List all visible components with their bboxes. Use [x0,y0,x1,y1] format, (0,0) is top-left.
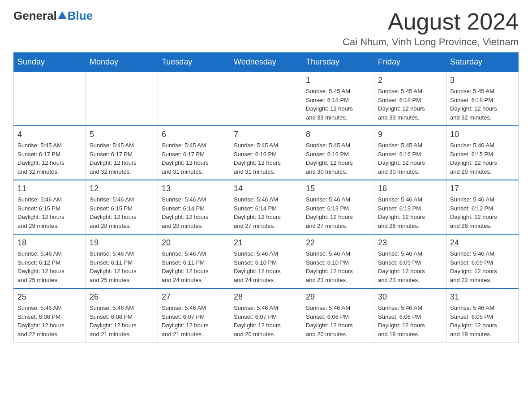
day-cell: 16Sunrise: 5:46 AMSunset: 6:13 PMDayligh… [374,180,446,234]
day-cell: 10Sunrise: 5:46 AMSunset: 6:15 PMDayligh… [446,126,519,180]
page-header: General Blue August 2024 Cai Nhum, Vinh … [13,9,519,48]
day-number: 4 [17,130,82,139]
day-cell [158,72,230,126]
header-cell-tuesday: Tuesday [158,53,230,72]
day-cell: 15Sunrise: 5:46 AMSunset: 6:13 PMDayligh… [302,180,374,234]
calendar-header: SundayMondayTuesdayWednesdayThursdayFrid… [14,53,519,72]
day-info: Sunrise: 5:46 AMSunset: 6:11 PMDaylight:… [90,249,154,284]
week-row-2: 4Sunrise: 5:45 AMSunset: 6:17 PMDaylight… [14,126,519,180]
day-info: Sunrise: 5:46 AMSunset: 6:15 PMDaylight:… [17,195,82,230]
header-cell-saturday: Saturday [446,53,519,72]
day-number: 24 [450,238,515,248]
day-info: Sunrise: 5:46 AMSunset: 6:10 PMDaylight:… [306,249,370,284]
day-info: Sunrise: 5:46 AMSunset: 6:14 PMDaylight:… [234,195,298,230]
day-info: Sunrise: 5:46 AMSunset: 6:09 PMDaylight:… [450,249,515,284]
day-number: 20 [162,238,226,248]
day-cell: 30Sunrise: 5:46 AMSunset: 6:06 PMDayligh… [374,288,446,342]
header-cell-thursday: Thursday [302,53,374,72]
day-number: 11 [17,184,82,193]
day-info: Sunrise: 5:46 AMSunset: 6:13 PMDaylight:… [378,195,442,230]
day-cell: 2Sunrise: 5:45 AMSunset: 6:18 PMDaylight… [374,72,446,126]
logo-blue-text: Blue [68,9,93,23]
day-info: Sunrise: 5:46 AMSunset: 6:11 PMDaylight:… [162,249,226,284]
logo-triangle-icon [58,11,67,19]
day-info: Sunrise: 5:46 AMSunset: 6:15 PMDaylight:… [450,141,515,176]
header-row: SundayMondayTuesdayWednesdayThursdayFrid… [14,53,519,72]
day-number: 29 [306,292,370,302]
day-info: Sunrise: 5:45 AMSunset: 6:17 PMDaylight:… [17,141,82,176]
day-cell: 22Sunrise: 5:46 AMSunset: 6:10 PMDayligh… [302,234,374,288]
day-cell: 13Sunrise: 5:46 AMSunset: 6:14 PMDayligh… [158,180,230,234]
day-info: Sunrise: 5:45 AMSunset: 6:16 PMDaylight:… [234,141,298,176]
week-row-1: 1Sunrise: 5:45 AMSunset: 6:18 PMDaylight… [14,72,519,126]
day-number: 2 [378,76,442,85]
day-cell: 3Sunrise: 5:45 AMSunset: 6:18 PMDaylight… [446,72,519,126]
day-info: Sunrise: 5:45 AMSunset: 6:17 PMDaylight:… [90,141,154,176]
day-cell: 26Sunrise: 5:46 AMSunset: 6:08 PMDayligh… [86,288,158,342]
day-number: 25 [17,292,82,302]
day-cell: 11Sunrise: 5:46 AMSunset: 6:15 PMDayligh… [14,180,86,234]
day-cell [86,72,158,126]
day-number: 28 [234,292,298,302]
day-cell: 17Sunrise: 5:46 AMSunset: 6:12 PMDayligh… [446,180,519,234]
day-cell: 12Sunrise: 5:46 AMSunset: 6:15 PMDayligh… [86,180,158,234]
day-number: 12 [90,184,154,193]
day-number: 16 [378,184,442,193]
day-cell: 7Sunrise: 5:45 AMSunset: 6:16 PMDaylight… [230,126,302,180]
day-info: Sunrise: 5:46 AMSunset: 6:08 PMDaylight:… [90,304,154,338]
day-number: 7 [234,130,298,139]
day-info: Sunrise: 5:46 AMSunset: 6:12 PMDaylight:… [17,249,82,284]
day-number: 27 [162,292,226,302]
header-cell-sunday: Sunday [14,53,86,72]
day-info: Sunrise: 5:45 AMSunset: 6:18 PMDaylight:… [450,87,515,122]
day-info: Sunrise: 5:46 AMSunset: 6:09 PMDaylight:… [378,249,442,284]
day-cell [230,72,302,126]
day-info: Sunrise: 5:46 AMSunset: 6:07 PMDaylight:… [162,304,226,338]
day-cell: 20Sunrise: 5:46 AMSunset: 6:11 PMDayligh… [158,234,230,288]
day-info: Sunrise: 5:45 AMSunset: 6:17 PMDaylight:… [162,141,226,176]
day-number: 26 [90,292,154,302]
day-number: 14 [234,184,298,193]
day-cell: 6Sunrise: 5:45 AMSunset: 6:17 PMDaylight… [158,126,230,180]
day-cell: 14Sunrise: 5:46 AMSunset: 6:14 PMDayligh… [230,180,302,234]
day-cell: 27Sunrise: 5:46 AMSunset: 6:07 PMDayligh… [158,288,230,342]
day-cell: 18Sunrise: 5:46 AMSunset: 6:12 PMDayligh… [14,234,86,288]
day-number: 13 [162,184,226,193]
day-info: Sunrise: 5:45 AMSunset: 6:18 PMDaylight:… [306,87,370,122]
day-number: 1 [306,76,370,85]
calendar-table: SundayMondayTuesdayWednesdayThursdayFrid… [13,52,519,342]
day-info: Sunrise: 5:46 AMSunset: 6:05 PMDaylight:… [450,304,515,338]
day-number: 9 [378,130,442,139]
header-cell-wednesday: Wednesday [230,53,302,72]
day-cell: 8Sunrise: 5:45 AMSunset: 6:16 PMDaylight… [302,126,374,180]
week-row-3: 11Sunrise: 5:46 AMSunset: 6:15 PMDayligh… [14,180,519,234]
day-cell: 31Sunrise: 5:46 AMSunset: 6:05 PMDayligh… [446,288,519,342]
day-number: 23 [378,238,442,248]
day-cell: 5Sunrise: 5:45 AMSunset: 6:17 PMDaylight… [86,126,158,180]
day-info: Sunrise: 5:46 AMSunset: 6:06 PMDaylight:… [378,304,442,338]
day-info: Sunrise: 5:46 AMSunset: 6:12 PMDaylight:… [450,195,515,230]
day-cell: 9Sunrise: 5:45 AMSunset: 6:16 PMDaylight… [374,126,446,180]
week-row-5: 25Sunrise: 5:46 AMSunset: 6:08 PMDayligh… [14,288,519,342]
day-number: 22 [306,238,370,248]
day-number: 19 [90,238,154,248]
day-info: Sunrise: 5:46 AMSunset: 6:06 PMDaylight:… [306,304,370,338]
day-number: 15 [306,184,370,193]
day-number: 8 [306,130,370,139]
day-cell: 28Sunrise: 5:46 AMSunset: 6:07 PMDayligh… [230,288,302,342]
month-title: August 2024 [343,9,519,34]
day-number: 5 [90,130,154,139]
logo-general-text: General [13,9,57,23]
day-cell: 1Sunrise: 5:45 AMSunset: 6:18 PMDaylight… [302,72,374,126]
day-number: 10 [450,130,515,139]
day-info: Sunrise: 5:46 AMSunset: 6:14 PMDaylight:… [162,195,226,230]
day-cell [14,72,86,126]
day-number: 31 [450,292,515,302]
day-cell: 19Sunrise: 5:46 AMSunset: 6:11 PMDayligh… [86,234,158,288]
day-cell: 29Sunrise: 5:46 AMSunset: 6:06 PMDayligh… [302,288,374,342]
header-cell-friday: Friday [374,53,446,72]
day-info: Sunrise: 5:45 AMSunset: 6:16 PMDaylight:… [378,141,442,176]
day-number: 17 [450,184,515,193]
day-number: 30 [378,292,442,302]
day-cell: 24Sunrise: 5:46 AMSunset: 6:09 PMDayligh… [446,234,519,288]
